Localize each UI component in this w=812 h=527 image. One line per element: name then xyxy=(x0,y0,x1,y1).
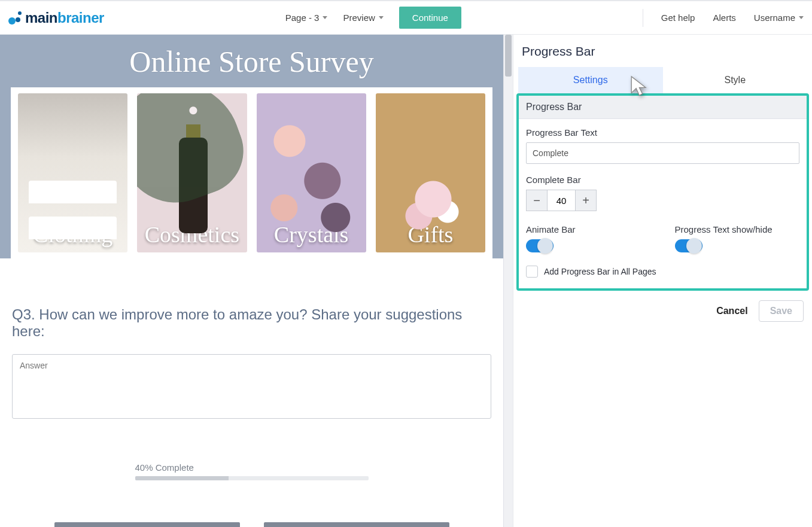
preview-scrollbar[interactable] xyxy=(503,35,513,527)
continue-button[interactable]: Continue xyxy=(399,7,461,29)
cancel-button[interactable]: Cancel xyxy=(716,306,747,316)
progress-text-label: Progress Bar Text xyxy=(526,127,799,138)
caret-down-icon xyxy=(799,16,804,19)
complete-bar-label: Complete Bar xyxy=(526,175,799,185)
previous-button[interactable]: Previous xyxy=(54,522,240,527)
tile-clothing[interactable]: Clothing xyxy=(18,93,127,252)
divider xyxy=(643,9,643,27)
side-panel: Progress Bar Settings Style Progress Bar… xyxy=(513,35,812,527)
category-tiles: Clothing Cosmetics Crystals Gifts xyxy=(11,87,492,258)
stepper-value-input[interactable] xyxy=(548,190,575,211)
username-dropdown[interactable]: Username xyxy=(754,13,804,23)
complete-bar-stepper: − + xyxy=(526,190,799,211)
panel-actions: Cancel Save xyxy=(516,291,810,331)
survey-preview-pane: Online Store Survey Clothing Cosmetics C… xyxy=(0,35,503,527)
toggle-knob-icon xyxy=(686,238,702,254)
page-dropdown[interactable]: Page - 3 xyxy=(285,13,328,23)
progress-text: 40% Complete xyxy=(135,462,369,473)
tile-label: Cosmetics xyxy=(145,221,239,248)
progress-text-input[interactable] xyxy=(526,142,799,164)
survey-hero: Online Store Survey Clothing Cosmetics C… xyxy=(0,35,503,258)
tile-label: Gifts xyxy=(407,221,453,248)
stepper-increment-button[interactable]: + xyxy=(575,190,597,211)
username-label: Username xyxy=(754,13,795,23)
progress-track xyxy=(135,476,369,480)
get-help-link[interactable]: Get help xyxy=(661,13,695,23)
progress-text-toggle[interactable] xyxy=(675,239,702,252)
alerts-link[interactable]: Alerts xyxy=(713,13,735,23)
caret-down-icon xyxy=(323,16,327,19)
preview-dropdown[interactable]: Preview xyxy=(343,13,383,23)
brand-logo[interactable]: mainbrainer xyxy=(8,10,104,26)
survey-nav: Previous Next xyxy=(0,510,503,527)
plus-icon: + xyxy=(582,194,589,206)
tab-style[interactable]: Style xyxy=(663,67,808,93)
tile-gifts[interactable]: Gifts xyxy=(376,93,485,252)
all-pages-label: Add Progress Bar in All Pages xyxy=(544,267,656,276)
caret-down-icon xyxy=(379,16,384,19)
preview-label: Preview xyxy=(343,13,375,23)
animate-bar-label: Animate Bar xyxy=(526,224,651,234)
tile-crystals[interactable]: Crystals xyxy=(257,93,366,252)
toggle-knob-icon xyxy=(537,238,553,254)
minus-icon: − xyxy=(533,194,540,206)
page-label: Page - 3 xyxy=(285,13,320,23)
question-block: Q3. How can we improve more to amaze you… xyxy=(0,258,503,510)
survey-title: Online Store Survey xyxy=(0,44,503,79)
scroll-thumb[interactable] xyxy=(505,35,512,77)
all-pages-row: Add Progress Bar in All Pages xyxy=(526,266,799,278)
next-button[interactable]: Next xyxy=(264,522,449,527)
section-header: Progress Bar xyxy=(519,96,807,119)
animate-bar-toggle[interactable] xyxy=(526,239,554,252)
tile-label: Clothing xyxy=(33,221,112,248)
brand-dots-icon xyxy=(8,11,22,25)
toggle-row: Animate Bar Progress Text show/hide xyxy=(526,224,799,252)
brand-main: main xyxy=(25,10,57,26)
progress-bar-widget[interactable]: 40% Complete xyxy=(135,462,369,480)
topbar: mainbrainer Page - 3 Preview Continue Ge… xyxy=(0,0,812,35)
answer-textarea[interactable] xyxy=(12,354,491,419)
section-body: Progress Bar Text Complete Bar − + Anima… xyxy=(519,119,807,288)
tile-cosmetics[interactable]: Cosmetics xyxy=(137,93,247,252)
progress-text-showhide-label: Progress Text show/hide xyxy=(675,224,800,234)
topbar-center: Page - 3 Preview Continue xyxy=(104,7,643,29)
question-text: Q3. How can we improve more to amaze you… xyxy=(12,306,491,340)
stepper-decrement-button[interactable]: − xyxy=(526,190,548,211)
topbar-right: Get help Alerts Username xyxy=(643,9,804,27)
main-layout: Online Store Survey Clothing Cosmetics C… xyxy=(0,35,812,527)
settings-highlight-box: Progress Bar Progress Bar Text Complete … xyxy=(516,93,809,291)
progress-fill xyxy=(135,476,229,480)
save-button[interactable]: Save xyxy=(759,300,804,322)
brand-accent: brainer xyxy=(57,10,104,26)
panel-tabs: Settings Style xyxy=(516,67,810,93)
all-pages-checkbox[interactable] xyxy=(526,266,538,278)
tile-label: Crystals xyxy=(274,221,349,248)
tab-settings[interactable]: Settings xyxy=(518,67,663,93)
panel-title: Progress Bar xyxy=(516,42,810,67)
